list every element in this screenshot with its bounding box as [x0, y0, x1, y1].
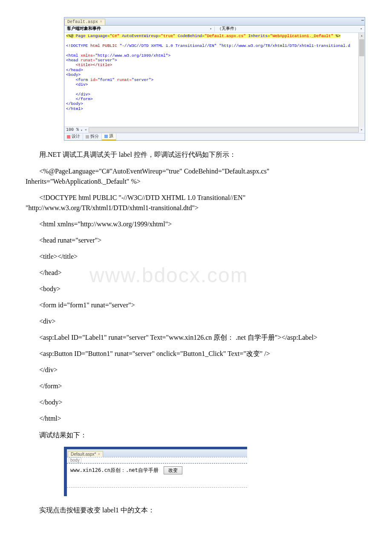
- breadcrumb: body: [67, 457, 247, 463]
- chevron-down-icon: ▾: [210, 27, 212, 31]
- zoom-arrow-icon[interactable]: ▾: [81, 128, 83, 133]
- code-line-10: <asp:Label ID="Label1" runat="server" Te…: [26, 332, 366, 343]
- designer-tab[interactable]: Default.aspx* ×: [68, 451, 103, 457]
- code-line-7: <body>: [26, 284, 366, 294]
- code-line-11: <asp:Button ID="Button1" runat="server" …: [26, 349, 366, 359]
- ide-tab-default[interactable]: Default.aspx ×: [64, 19, 105, 25]
- scroll-right-icon[interactable]: ▸: [360, 127, 363, 133]
- paragraph-intro: 用.NET 调试工具调试关于 label 控件，即调试运行代码如下所示：: [26, 149, 366, 160]
- event-dropdown-label: （无事件）: [217, 26, 239, 32]
- code-line-9: <div>: [26, 316, 366, 327]
- view-split-tab[interactable]: 拆分: [83, 133, 102, 140]
- object-dropdown-label: 客户端对象和事件: [67, 26, 101, 32]
- designer-tabbar: Default.aspx* ×: [67, 449, 247, 457]
- code-line-15: </html>: [26, 413, 366, 424]
- close-icon[interactable]: ×: [98, 452, 100, 457]
- designer-tab-label: Default.aspx*: [71, 452, 96, 457]
- object-dropdown[interactable]: 客户端对象和事件 ▾: [64, 26, 215, 32]
- code-line-14: </body>: [26, 397, 366, 408]
- code-line-8: <form id="form1" runat="server">: [26, 300, 366, 310]
- minimize-icon[interactable]: —: [361, 18, 364, 23]
- h-scrollbar[interactable]: [89, 127, 359, 133]
- code-line-13: </form>: [26, 381, 366, 391]
- code-line-4: <head runat="server">: [26, 235, 366, 246]
- designer-window: Default.aspx* × body www.xin126.cn原创：.ne…: [64, 447, 247, 496]
- ide-window: Default.aspx × — 客户端对象和事件 ▾ （无事件） ▾ <%@ …: [64, 17, 365, 141]
- close-icon[interactable]: ×: [100, 20, 102, 25]
- ide-statusbar: 100 % ▾ ◂ ▸: [64, 127, 365, 133]
- designer-surface[interactable]: www.xin126.cn原创：.net自学手册 改变: [67, 463, 247, 488]
- view-design-tab[interactable]: 设计: [64, 133, 83, 140]
- zoom-level: 100 %: [66, 127, 79, 133]
- event-dropdown[interactable]: （无事件） ▾: [215, 26, 365, 32]
- code-line-1: <%@PageLanguage="C#"AutoEventWireup="tru…: [26, 166, 366, 187]
- ide-tab-label: Default.aspx: [67, 20, 98, 25]
- code-line-2: <!DOCTYPE html PUBLIC "-//W3C//DTD XHTML…: [26, 193, 366, 213]
- scroll-up-icon[interactable]: ▴: [359, 33, 365, 39]
- breadcrumb-body[interactable]: body: [69, 457, 81, 463]
- ide-dropdowns: 客户端对象和事件 ▾ （无事件） ▾: [64, 26, 365, 33]
- code-editor[interactable]: <%@ Page Language="C#" AutoEventWireup="…: [64, 33, 365, 127]
- ide-view-tabs: 设计 拆分 源: [64, 133, 365, 140]
- code-line-12: </div>: [26, 365, 366, 375]
- chevron-down-icon: ▾: [360, 27, 362, 31]
- document-content: 用.NET 调试工具调试关于 label 控件，即调试运行代码如下所示： <%@…: [26, 149, 366, 440]
- code-line-5: <title></title>: [26, 251, 366, 262]
- v-scrollbar[interactable]: ▴: [358, 33, 365, 127]
- paragraph-change: 实现点击按钮要改变 label1 中的文本：: [26, 505, 366, 516]
- code-line-3: <html xmlns="http://www.w3.org/1999/xhtm…: [26, 219, 366, 229]
- scroll-left-icon[interactable]: ◂: [84, 127, 87, 133]
- view-source-tab[interactable]: 源: [102, 133, 116, 140]
- label-control[interactable]: www.xin126.cn原创：.net自学手册: [70, 467, 159, 474]
- code-line-6: </head>: [26, 268, 366, 278]
- paragraph-result: 调试结果如下：: [26, 430, 366, 441]
- change-button[interactable]: 改变: [164, 466, 182, 474]
- scrollbar-thumb[interactable]: [359, 39, 364, 56]
- ide-tabbar: Default.aspx × —: [64, 17, 365, 26]
